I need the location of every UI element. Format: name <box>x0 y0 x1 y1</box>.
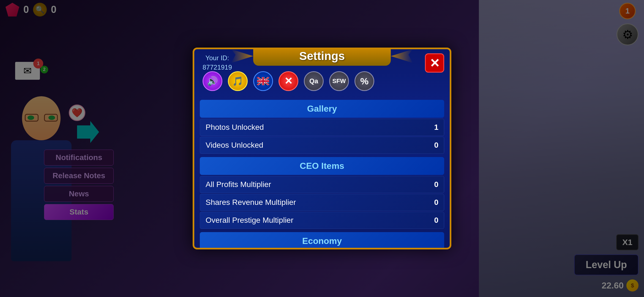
shares-revenue-value: 0 <box>434 198 438 207</box>
prestige-multiplier-label: Overall Prestige Multiplier <box>206 216 293 225</box>
player-id-section: Your ID: 87721919 <box>203 53 232 72</box>
modal-overlay: Settings ✕ Your ID: 87721919 🔊 🎵 <box>0 0 644 297</box>
modal-content[interactable]: Gallery Photos Unlocked 1 Videos Unlocke… <box>194 97 450 248</box>
profits-multiplier-label: All Profits Multiplier <box>206 180 271 189</box>
qa-button[interactable]: Qa <box>304 71 324 91</box>
videos-unlocked-value: 0 <box>434 141 438 150</box>
prestige-multiplier-row: Overall Prestige Multiplier 0 <box>200 212 444 229</box>
videos-unlocked-row: Videos Unlocked 0 <box>200 137 444 154</box>
sound-button[interactable]: 🔊 <box>203 71 222 91</box>
player-id-label: Your ID: <box>203 53 232 63</box>
sound-icon: 🔊 <box>207 76 218 86</box>
modal-header-banner: Settings <box>253 48 391 66</box>
uk-flag-icon <box>257 77 269 85</box>
percent-label: % <box>360 76 369 87</box>
percent-button[interactable]: % <box>354 71 374 91</box>
shares-revenue-label: Shares Revenue Multiplier <box>206 198 296 207</box>
music-button[interactable]: 🎵 <box>228 71 248 91</box>
x-icon: ✕ <box>284 75 293 87</box>
gallery-section-header: Gallery <box>200 100 444 118</box>
profits-multiplier-value: 0 <box>434 180 438 189</box>
qa-label: Qa <box>309 77 318 85</box>
x-button[interactable]: ✕ <box>279 71 298 91</box>
settings-title: Settings <box>299 50 345 63</box>
photos-unlocked-value: 1 <box>434 123 438 132</box>
language-button[interactable] <box>253 71 273 91</box>
shares-revenue-row: Shares Revenue Multiplier 0 <box>200 194 444 211</box>
settings-modal: Settings ✕ Your ID: 87721919 🔊 🎵 <box>193 48 451 249</box>
sfw-button[interactable]: SFW <box>329 71 349 91</box>
photos-unlocked-label: Photos Unlocked <box>206 123 264 132</box>
economy-section-header: Economy <box>200 232 444 248</box>
player-id-value: 87721919 <box>203 63 232 72</box>
music-icon: 🎵 <box>232 76 243 86</box>
sfw-label: SFW <box>332 78 346 85</box>
prestige-multiplier-value: 0 <box>434 216 438 225</box>
profits-multiplier-row: All Profits Multiplier 0 <box>200 176 444 193</box>
modal-close-button[interactable]: ✕ <box>425 53 444 73</box>
videos-unlocked-label: Videos Unlocked <box>206 141 263 150</box>
photos-unlocked-row: Photos Unlocked 1 <box>200 119 444 136</box>
ceo-section-header: CEO Items <box>200 157 444 175</box>
